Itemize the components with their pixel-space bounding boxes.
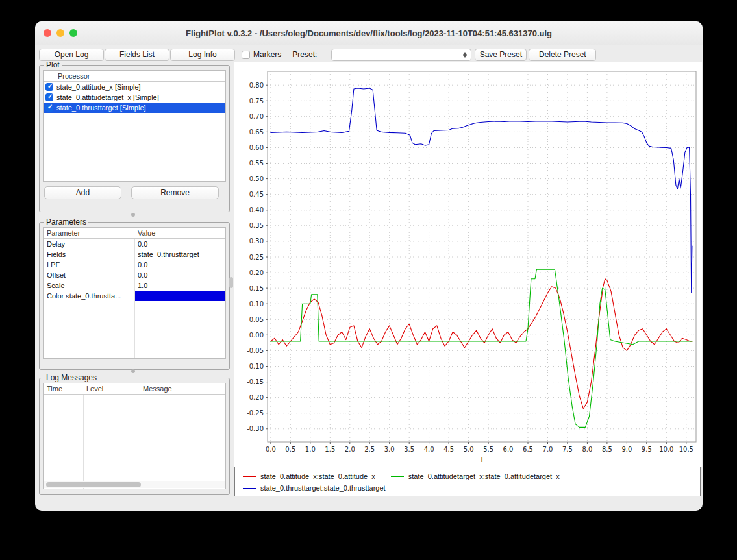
svg-text:0.70: 0.70: [249, 113, 264, 120]
row-checkbox[interactable]: [45, 83, 53, 91]
svg-text:1.5: 1.5: [325, 446, 335, 453]
parameter-value: 0.0: [134, 239, 225, 249]
chart-svg: 0.00.51.01.52.02.53.03.54.04.55.05.56.06…: [234, 62, 702, 467]
legend-item: state_0.attitude_x:state_0.attitude_x: [243, 472, 375, 480]
app-window: FlightPlot v.0.3.2 - /Users/oleg/Documen…: [35, 21, 703, 511]
column-header-level: Level: [83, 383, 140, 394]
parameter-name: Fields: [44, 249, 134, 260]
param-color-swatch[interactable]: [134, 291, 225, 301]
svg-text:-0.25: -0.25: [247, 409, 264, 417]
column-divider: [140, 383, 140, 489]
scrollbar-thumb[interactable]: [46, 482, 141, 487]
legend-line-sample: [243, 476, 256, 477]
parameters-table: Parameter Value Delay 0.0 Fields state_0…: [43, 227, 226, 359]
parameters-panel-title: Parameters: [44, 217, 88, 226]
legend-label: state_0.thrusttarget:state_0.thrusttarge…: [260, 484, 386, 492]
svg-text:0.50: 0.50: [249, 175, 264, 182]
svg-text:0.65: 0.65: [249, 128, 264, 136]
row-checkbox[interactable]: [45, 104, 53, 112]
splitter-grip[interactable]: [229, 277, 233, 288]
svg-text:10.0: 10.0: [659, 446, 673, 453]
plot-table: Processor state_0.attitude_x [Simple] st…: [43, 70, 226, 182]
svg-text:T: T: [479, 456, 484, 464]
svg-text:0.5: 0.5: [285, 446, 295, 453]
parameter-value: state_0.thrusttarget: [134, 249, 225, 260]
svg-text:1.0: 1.0: [305, 446, 316, 453]
column-header-message: Message: [140, 383, 225, 394]
column-divider: [83, 383, 84, 489]
preset-combobox[interactable]: [331, 49, 471, 61]
svg-text:0.75: 0.75: [249, 97, 264, 104]
svg-text:-0.10: -0.10: [247, 363, 264, 370]
svg-text:0.15: 0.15: [249, 285, 264, 292]
titlebar: FlightPlot v.0.3.2 - /Users/oleg/Documen…: [35, 21, 703, 45]
legend-row: state_0.thrusttarget:state_0.thrusttarge…: [243, 482, 692, 494]
chart-legend: state_0.attitude_x:state_0.attitude_x st…: [234, 467, 701, 496]
parameters-table-header: Parameter Value: [44, 228, 225, 239]
parameter-name: LPF: [44, 260, 134, 270]
svg-text:2.5: 2.5: [364, 446, 375, 453]
svg-text:8.0: 8.0: [582, 446, 592, 453]
parameter-name: Delay: [44, 239, 134, 249]
plot-row[interactable]: state_0.attitudetarget_x [Simple]: [44, 92, 225, 103]
chart[interactable]: 0.00.51.01.52.02.53.03.54.04.55.05.56.06…: [234, 62, 702, 467]
row-checkbox[interactable]: [45, 93, 53, 101]
parameter-name: Scale: [44, 280, 134, 291]
plot-row-label: state_0.attitude_x [Simple]: [56, 83, 141, 91]
svg-text:8.5: 8.5: [602, 446, 612, 453]
window-title: FlightPlot v.0.3.2 - /Users/oleg/Documen…: [35, 21, 703, 45]
delete-preset-button[interactable]: Delete Preset: [529, 49, 596, 61]
svg-text:-0.20: -0.20: [247, 394, 264, 401]
svg-text:0.60: 0.60: [249, 144, 264, 151]
plot-row[interactable]: state_0.thrusttarget [Simple]: [44, 103, 225, 113]
svg-text:3.5: 3.5: [404, 446, 414, 453]
parameters-panel: Parameters Parameter Value Delay 0.0 Fie…: [39, 217, 230, 370]
svg-text:0.55: 0.55: [249, 160, 264, 167]
svg-text:4.0: 4.0: [424, 446, 434, 453]
svg-text:0.0: 0.0: [266, 446, 276, 453]
svg-text:-0.30: -0.30: [247, 425, 264, 432]
log-info-button[interactable]: Log Info: [170, 49, 235, 61]
legend-label: state_0.attitudetarget_x:state_0.attitud…: [408, 472, 560, 480]
fields-list-button[interactable]: Fields List: [105, 49, 169, 61]
svg-text:5.5: 5.5: [483, 446, 493, 453]
splitter-dot[interactable]: [131, 213, 135, 217]
legend-label: state_0.attitude_x:state_0.attitude_x: [260, 472, 375, 480]
preset-label: Preset:: [292, 50, 317, 59]
save-preset-button[interactable]: Save Preset: [475, 49, 527, 61]
svg-text:0.05: 0.05: [249, 316, 264, 323]
svg-text:0.30: 0.30: [249, 237, 264, 245]
svg-text:6.0: 6.0: [503, 446, 514, 453]
svg-text:5.0: 5.0: [464, 446, 474, 453]
legend-line-sample: [391, 476, 404, 477]
parameter-name: Offset: [44, 270, 134, 280]
log-messages-panel-title: Log Messages: [44, 373, 99, 382]
markers-checkbox[interactable]: [242, 51, 250, 59]
horizontal-scrollbar[interactable]: [44, 481, 225, 488]
svg-text:-0.15: -0.15: [247, 378, 264, 385]
combo-stepper-icon: [460, 51, 469, 59]
plot-row[interactable]: state_0.attitude_x [Simple]: [44, 82, 225, 92]
parameter-name: Color state_0.thrustta...: [44, 291, 134, 301]
open-log-button[interactable]: Open Log: [39, 49, 104, 61]
column-divider: [134, 228, 135, 358]
svg-text:0.25: 0.25: [249, 254, 264, 261]
svg-text:7.0: 7.0: [543, 446, 553, 453]
legend-item: state_0.attitudetarget_x:state_0.attitud…: [391, 472, 560, 480]
add-button[interactable]: Add: [44, 186, 121, 199]
remove-button[interactable]: Remove: [131, 186, 219, 199]
svg-text:0.20: 0.20: [249, 269, 264, 276]
column-header-parameter: Parameter: [44, 228, 134, 238]
markers-label: Markers: [253, 50, 281, 59]
plot-buttons: Add Remove: [43, 186, 226, 199]
column-header-processor: Processor: [44, 71, 90, 81]
plot-row-label: state_0.thrusttarget [Simple]: [56, 104, 146, 112]
splitter-dot[interactable]: [131, 369, 135, 373]
svg-text:9.0: 9.0: [621, 446, 632, 453]
plot-panel-title: Plot: [44, 60, 62, 69]
legend-item: state_0.thrusttarget:state_0.thrusttarge…: [243, 484, 386, 492]
svg-text:0.35: 0.35: [249, 222, 264, 229]
parameter-value: 0.0: [134, 270, 225, 280]
svg-text:10.5: 10.5: [679, 446, 693, 453]
log-messages-panel: Log Messages Time Level Message: [39, 373, 230, 495]
